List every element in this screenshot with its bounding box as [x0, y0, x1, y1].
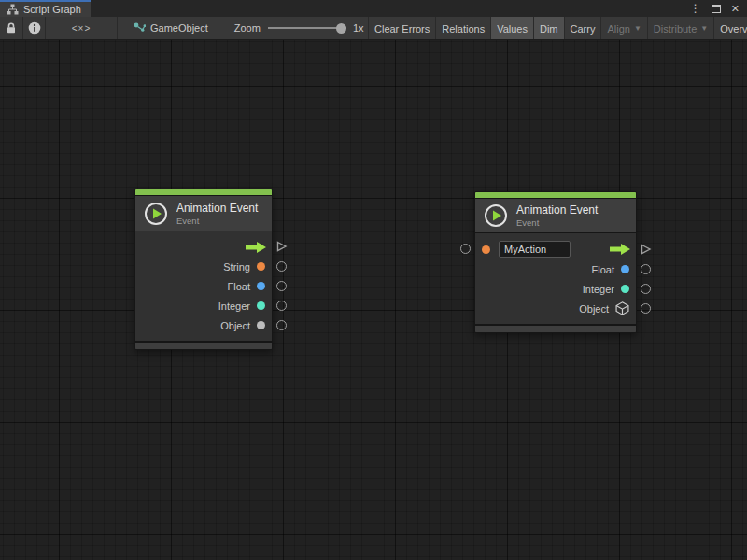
object-type-dot [257, 321, 265, 329]
close-icon[interactable]: ✕ [731, 4, 740, 14]
node-body: Float Integer Object [475, 233, 636, 324]
output-row-integer: Integer [135, 296, 272, 315]
string-output-port[interactable] [276, 261, 287, 272]
output-row-float: Float [475, 259, 636, 279]
node-header: Animation Event Event [475, 199, 636, 233]
node-title: Animation Event [516, 203, 598, 217]
graph-icon [7, 4, 19, 15]
node-footer [135, 341, 272, 349]
object-output-port[interactable] [276, 320, 287, 330]
output-row-float: Float [135, 276, 272, 296]
string-type-dot [482, 245, 490, 254]
chevron-down-icon: ▼ [634, 24, 641, 33]
node-color-bar [475, 192, 636, 199]
float-type-dot [621, 265, 629, 273]
code-view-button[interactable]: <×> [46, 17, 118, 39]
window-controls: ⋮ ✕ [690, 0, 747, 17]
overview-button[interactable]: Overv [713, 17, 747, 40]
graph-target[interactable]: GameObject [134, 17, 208, 39]
node-animation-event-left[interactable]: Animation Event Event String [134, 189, 273, 350]
event-name-input[interactable] [499, 241, 571, 258]
zoom-value: 1x [353, 22, 364, 34]
lock-icon [5, 21, 18, 35]
name-input-port[interactable] [460, 244, 471, 254]
float-output-port[interactable] [276, 281, 287, 291]
info-icon [28, 21, 41, 35]
align-button: Align ▼ [600, 17, 646, 40]
event-play-icon [144, 202, 168, 226]
output-row-integer: Integer [475, 279, 636, 299]
output-row-object: Object [135, 315, 272, 335]
integer-type-dot [257, 301, 265, 310]
float-output-port[interactable] [641, 264, 651, 274]
node-header: Animation Event Event [135, 196, 272, 231]
cube-icon [615, 301, 629, 315]
lock-button[interactable] [0, 17, 23, 39]
string-type-dot [257, 262, 265, 271]
float-type-dot [257, 282, 265, 290]
toolbar-buttons: Clear Errors Relations Values Dim Carry … [368, 17, 747, 40]
info-button[interactable] [23, 17, 46, 39]
graph-target-label: GameObject [150, 22, 208, 34]
integer-type-dot [621, 285, 629, 293]
node-title: Animation Event [176, 202, 258, 215]
integer-output-port[interactable] [276, 301, 287, 311]
node-subtitle: Event [176, 216, 258, 226]
maximize-icon[interactable] [712, 5, 721, 13]
menu-icon[interactable]: ⋮ [690, 3, 701, 14]
flow-arrow-icon [245, 241, 267, 254]
relations-button[interactable]: Relations [435, 17, 490, 40]
event-play-icon [484, 203, 508, 228]
zoom-control: Zoom 1x [234, 17, 364, 39]
flow-output-port[interactable] [641, 244, 652, 255]
script-graph-window: Script Graph ⋮ ✕ [0, 0, 747, 560]
flow-output-row [135, 237, 272, 257]
code-icon: <×> [72, 23, 92, 34]
tab-title: Script Graph [23, 4, 81, 15]
zoom-slider-handle[interactable] [336, 23, 346, 34]
node-body: String Float Integer Object [135, 231, 272, 341]
node-animation-event-right[interactable]: Animation Event Event Float [474, 191, 637, 333]
zoom-slider[interactable] [268, 22, 346, 34]
flow-arrow-icon [609, 243, 631, 256]
carry-button[interactable]: Carry [564, 17, 601, 40]
output-row-string: String [135, 257, 272, 276]
dim-button[interactable]: Dim [533, 17, 564, 40]
flow-output-port[interactable] [276, 241, 288, 252]
integer-output-port[interactable] [641, 284, 651, 294]
zoom-slider-track [268, 27, 346, 29]
values-button[interactable]: Values [490, 17, 533, 40]
graph-target-icon [134, 22, 146, 35]
tab-bar: Script Graph ⋮ ✕ [0, 0, 747, 17]
node-footer [475, 324, 636, 332]
node-subtitle: Event [516, 217, 598, 228]
toolbar: <×> GameObject Zoom 1x Clear Errors [0, 17, 747, 40]
clear-errors-button[interactable]: Clear Errors [368, 17, 435, 40]
chevron-down-icon: ▼ [700, 24, 708, 33]
object-output-port[interactable] [641, 303, 651, 314]
output-row-object: Object [475, 299, 636, 318]
tab-script-graph[interactable]: Script Graph [0, 0, 91, 17]
name-input-row [475, 239, 636, 259]
node-color-bar [135, 189, 272, 196]
zoom-label: Zoom [234, 22, 261, 34]
graph-canvas[interactable]: Animation Event Event String [0, 40, 747, 560]
distribute-button: Distribute ▼ [647, 17, 713, 40]
